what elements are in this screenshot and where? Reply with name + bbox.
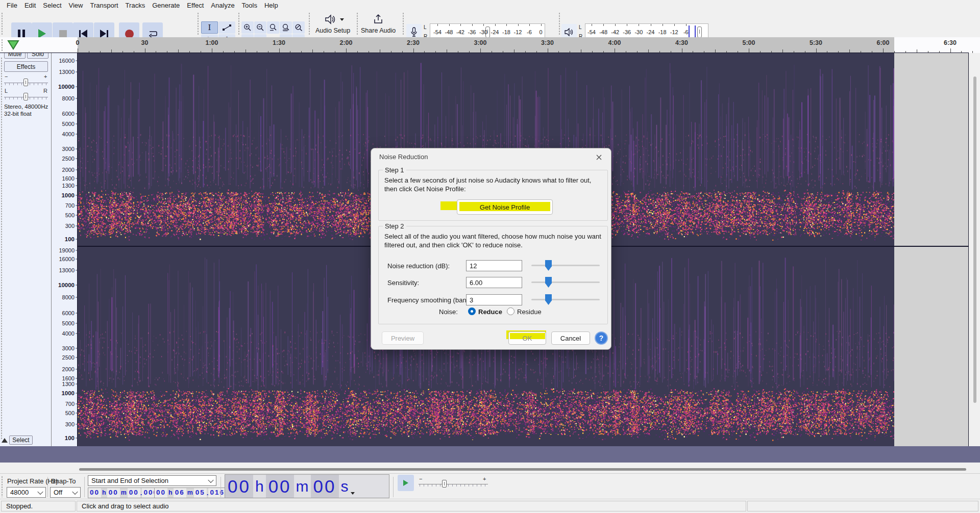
menu-transport[interactable]: Transport — [86, 1, 121, 10]
menu-tracks[interactable]: Tracks — [122, 1, 149, 10]
freq-label: 16000 — [59, 58, 75, 64]
audio-position-display[interactable]: 00h00m00s — [225, 474, 389, 498]
preview-button[interactable]: Preview — [382, 331, 424, 345]
track-empty-area[interactable] — [894, 53, 968, 446]
zoom-selection-button[interactable] — [267, 21, 279, 34]
freq-label: 2500 — [62, 354, 75, 361]
menu-generate[interactable]: Generate — [149, 1, 183, 10]
sensitivity-input[interactable] — [466, 277, 522, 288]
meter-tick-label: -42 — [456, 29, 464, 35]
frequency-ruler-channel2[interactable]: 1900016000130001000080006000500040003000… — [52, 246, 78, 446]
playback-level-handle[interactable] — [697, 27, 702, 38]
reduce-radio[interactable] — [468, 307, 476, 315]
speaker-icon — [565, 28, 574, 36]
close-icon — [596, 155, 602, 160]
menu-edit[interactable]: Edit — [21, 1, 39, 10]
cancel-button[interactable]: Cancel — [551, 331, 590, 345]
menu-analyze[interactable]: Analyze — [207, 1, 238, 10]
zoom-fit-project-button[interactable] — [280, 21, 292, 34]
toolbar-grip[interactable] — [1, 12, 4, 35]
speed-slider[interactable] — [442, 480, 447, 488]
noise-reduction-input[interactable] — [466, 260, 522, 271]
meter-tick-label: -36 — [468, 29, 476, 35]
sensitivity-slider-track[interactable] — [531, 281, 600, 283]
track-panel-grip[interactable] — [1, 57, 3, 440]
meter-tick-label: 0 — [539, 29, 542, 35]
frequency-smoothing-slider-track[interactable] — [531, 299, 600, 300]
record-meter-grip[interactable] — [402, 12, 405, 35]
collapse-track-icon[interactable] — [2, 438, 8, 443]
share-audio-button[interactable]: Share Audio — [359, 11, 399, 36]
project-rate-select[interactable]: 48000 — [7, 487, 46, 498]
gain-minus-label: − — [5, 73, 8, 80]
residue-radio[interactable] — [507, 307, 514, 315]
timeline-ruler[interactable]: 0301:001:302:002:303:003:304:004:305:005… — [0, 37, 980, 53]
effects-button[interactable]: Effects — [4, 61, 48, 72]
freq-label: 100 — [65, 236, 75, 242]
solo-button[interactable]: Solo — [27, 53, 48, 59]
tools-grip[interactable] — [197, 12, 200, 35]
menu-bar: FileEditSelectViewTransportTracksGenerat… — [0, 0, 980, 10]
envelope-tool-button[interactable] — [218, 21, 235, 34]
play-meter-grip[interactable] — [558, 12, 561, 35]
frequency-smoothing-input[interactable] — [466, 294, 522, 305]
dialog-close-button[interactable] — [592, 151, 606, 163]
freq-label: 700 — [65, 401, 75, 407]
pan-slider[interactable] — [23, 93, 28, 100]
selection-tool-button[interactable]: I — [201, 21, 218, 34]
snap-to-select[interactable]: Off — [50, 487, 81, 498]
gain-plus-label: + — [44, 73, 47, 80]
record-meter-left-label: L — [424, 25, 427, 30]
ruler-label: 3:00 — [474, 39, 486, 46]
status-extra — [747, 501, 978, 511]
mute-button[interactable]: Mute — [4, 53, 26, 59]
reduce-radio-label[interactable]: Reduce — [478, 308, 502, 316]
freq-label: 6000 — [62, 310, 75, 316]
ruler-label: 3:30 — [541, 39, 554, 46]
zoom-in-button[interactable] — [241, 21, 254, 34]
ruler-grip[interactable] — [1, 39, 4, 52]
zoom-toggle-button[interactable] — [292, 21, 305, 34]
ruler-label: 0 — [76, 39, 80, 46]
ruler-label: 6:00 — [876, 39, 889, 46]
timeline-pin-icon[interactable] — [7, 40, 19, 50]
menu-select[interactable]: Select — [39, 1, 65, 10]
menu-effect[interactable]: Effect — [183, 1, 207, 10]
freq-label: 2500 — [62, 156, 75, 162]
ok-button[interactable]: OK — [508, 331, 546, 345]
dialog-title: Noise Reduction — [379, 153, 428, 161]
audio-setup-button[interactable]: Audio Setup — [311, 11, 354, 36]
zoom-toggle-icon — [295, 23, 303, 32]
snap-to-label: Snap-To — [51, 477, 76, 485]
microphone-icon — [410, 27, 418, 37]
get-noise-profile-button[interactable]: Get Noise Profile — [457, 199, 553, 215]
menu-view[interactable]: View — [65, 1, 87, 10]
menu-tools[interactable]: Tools — [238, 1, 261, 10]
play-at-speed-button[interactable] — [398, 475, 414, 491]
freq-label: 19000 — [59, 247, 75, 253]
pause-icon — [18, 30, 25, 38]
chevron-down-icon — [72, 489, 78, 494]
edit-grip[interactable] — [238, 12, 240, 35]
gain-slider[interactable] — [23, 79, 28, 86]
bottom-grip[interactable] — [1, 476, 4, 497]
track-select-button[interactable]: Select — [9, 435, 33, 445]
menu-help[interactable]: Help — [261, 1, 282, 10]
audacity-window: FileEditSelectViewTransportTracksGenerat… — [0, 0, 980, 513]
selection-mode-select[interactable]: Start and End of Selection — [88, 475, 216, 486]
zoom-out-button[interactable] — [254, 21, 266, 34]
sensitivity-label: Sensitivity: — [387, 279, 419, 287]
play-meter-left-label: L — [579, 25, 582, 30]
noise-reduction-slider-track[interactable] — [531, 265, 600, 266]
menu-file[interactable]: File — [3, 1, 21, 10]
audio-setup-grip[interactable] — [308, 12, 311, 35]
meter-tick-label: -36 — [623, 29, 631, 35]
status-bar: Stopped. Click and drag to select audio — [0, 499, 980, 513]
frequency-ruler-channel1[interactable]: 1600013000100008000600050004000300025002… — [52, 53, 78, 246]
horizontal-scrollbar-thumb[interactable] — [79, 468, 966, 471]
horizontal-scrollbar[interactable] — [0, 466, 980, 473]
residue-radio-label[interactable]: Residue — [517, 308, 542, 316]
help-button[interactable]: ? — [595, 331, 608, 345]
noise-label: Noise: — [439, 308, 458, 316]
vertical-scrollbar[interactable] — [973, 76, 976, 403]
